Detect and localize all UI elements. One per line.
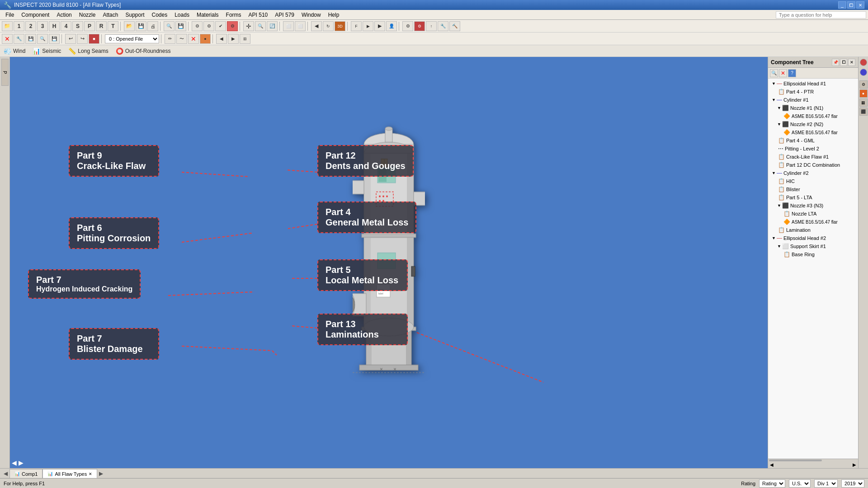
tree-item-ellipsoidal-head-1[interactable]: ▼ — Ellipsoidal Head #1 <box>768 80 858 88</box>
tb-wrench[interactable]: 🔨 <box>449 21 460 31</box>
rt-circle-red[interactable] <box>860 59 867 66</box>
tree-nav-right[interactable]: ▶ <box>853 462 856 467</box>
tree-arrow[interactable]: ▼ <box>777 106 781 110</box>
year-combo[interactable]: 2019 <box>841 479 864 488</box>
flaw-box-part12[interactable]: Part 12 Dents and Gouges <box>317 145 414 177</box>
tb-rotate[interactable]: 🔄 <box>267 21 278 31</box>
tb2-save2[interactable]: 💾 <box>49 34 60 44</box>
tb2-curve[interactable]: 〜 <box>176 34 187 44</box>
tb-2[interactable]: 2 <box>25 21 36 31</box>
minimize-button[interactable]: _ <box>838 1 846 9</box>
menu-window[interactable]: Window <box>298 11 325 19</box>
tree-item-hic[interactable]: 📋 HIC <box>768 177 858 185</box>
tb-zoom[interactable]: 🔍 <box>255 21 266 31</box>
tree-item-support-skirt[interactable]: ▼ ⬜ Support Skirt #1 <box>768 242 858 250</box>
tree-item-crack-like[interactable]: 📋 Crack-Like Flaw #1 <box>768 153 858 161</box>
menu-file[interactable]: File <box>2 11 18 19</box>
tree-item-cylinder-2[interactable]: ▼ — Cylinder #2 <box>768 169 858 177</box>
tree-item-asme-2[interactable]: 🔶 ASME B16.5/16.47 flar <box>768 128 858 136</box>
div-combo[interactable]: Div 1 <box>814 479 838 488</box>
tab-comp1[interactable]: 📊 Comp1 <box>9 469 42 478</box>
rt-circle-blue[interactable] <box>860 69 867 76</box>
tree-item-lamination[interactable]: 📋 Lamination <box>768 226 858 234</box>
tb-f2[interactable]: ▶ <box>363 21 373 31</box>
menu-codes[interactable]: Codes <box>148 11 171 19</box>
menu-help[interactable]: Help <box>325 11 343 19</box>
tb-save2[interactable]: 💾 <box>175 21 186 31</box>
tb-new[interactable]: 📁 <box>2 21 13 31</box>
tb-open[interactable]: 📂 <box>124 21 135 31</box>
menu-materials[interactable]: Materials <box>193 11 222 19</box>
scroll-left-tab[interactable]: ◀ <box>2 470 9 477</box>
tb2-arrow-l[interactable]: ◀ <box>216 34 227 44</box>
menu-component[interactable]: Component <box>18 11 53 19</box>
flaw-box-part13[interactable]: Part 13 Laminations <box>317 314 408 345</box>
tree-item-nozzle-lta[interactable]: 📋 Nozzle LTA <box>768 210 858 218</box>
tree-item-base-ring[interactable]: 📋 Base Ring <box>768 250 858 258</box>
tb-calc[interactable]: ⚙ <box>192 21 203 31</box>
tree-arrow[interactable]: ▼ <box>772 98 776 102</box>
tb-p[interactable]: P <box>84 21 95 31</box>
tree-item-pitting[interactable]: ⋯ Pitting - Level 2 <box>768 145 858 153</box>
tree-item-blister[interactable]: 📋 Blister <box>768 185 858 193</box>
tb2-red-x[interactable]: ✕ <box>188 34 199 44</box>
tb-save[interactable]: 💾 <box>136 21 146 31</box>
tree-edit-btn[interactable]: ✕ <box>779 69 787 77</box>
units-combo[interactable]: U.S. <box>789 479 811 488</box>
flaw-box-part7-hic[interactable]: Part 7 Hydrogen Induced Cracking <box>28 269 141 299</box>
tree-arrow[interactable]: ▼ <box>772 236 776 240</box>
menu-nozzle[interactable]: Nozzle <box>75 11 99 19</box>
menu-action[interactable]: Action <box>53 11 75 19</box>
tb2-redo[interactable]: ↪ <box>77 34 88 44</box>
rt-tools-3[interactable]: ▦ <box>859 99 868 107</box>
tb-cog2[interactable]: ⚙ <box>414 21 425 31</box>
tree-search-btn[interactable]: 🔍 <box>770 69 778 77</box>
nav-out-of-roundness[interactable]: ⭕ Out-Of-Roundness <box>116 47 171 55</box>
tab-close-icon[interactable]: ✕ <box>89 472 92 476</box>
tb-3d[interactable]: 3D <box>335 21 345 31</box>
tree-item-asme-1[interactable]: 🔶 ASME B16.5/16.47 flar <box>768 112 858 120</box>
tree-nav-left[interactable]: ◀ <box>770 462 774 467</box>
tree-arrow[interactable]: ▼ <box>777 122 781 127</box>
nav-seismic[interactable]: 📊 Seismic <box>33 47 61 55</box>
tree-close-btn[interactable]: ✕ <box>848 59 855 66</box>
tree-item-part4-ptr[interactable]: 📋 Part 4 - PTR <box>768 88 858 96</box>
tb-arrow-r[interactable]: ▶ <box>374 21 385 31</box>
tb2-arrow-r[interactable]: ▶ <box>228 34 239 44</box>
tb-person[interactable]: 👤 <box>386 21 397 31</box>
menu-forms[interactable]: Forms <box>222 11 245 19</box>
tb2-x[interactable]: ✕ <box>2 34 13 44</box>
tb-cross[interactable]: ✛ <box>243 21 254 31</box>
menu-loads[interactable]: Loads <box>171 11 193 19</box>
tb-cog[interactable]: ⚙ <box>402 21 413 31</box>
tb-f1[interactable]: F <box>351 21 362 31</box>
tree-item-nozzle-1[interactable]: ▼ ⬛ Nozzle #1 (N1) <box>768 104 858 112</box>
tree-arrow[interactable]: ▼ <box>772 171 776 175</box>
tb2-wrench[interactable]: 🔧 <box>14 34 24 44</box>
tb-find[interactable]: 🔍 <box>164 21 175 31</box>
project-icon[interactable]: P <box>1 59 9 86</box>
tb2-find[interactable]: 🔍 <box>37 34 48 44</box>
tb2-pen[interactable]: ✏ <box>165 34 175 44</box>
tree-restore-btn[interactable]: ⧠ <box>840 59 847 66</box>
tb-view2[interactable]: ⬜ <box>295 21 306 31</box>
tb2-save[interactable]: 💾 <box>25 34 36 44</box>
tb-print[interactable]: 🖨 <box>147 21 158 31</box>
menu-api579[interactable]: API 579 <box>271 11 298 19</box>
tree-item-nozzle-3[interactable]: ▼ ⬛ Nozzle #3 (N3) <box>768 202 858 210</box>
tree-item-part5-lta[interactable]: 📋 Part 5 - LTA <box>768 193 858 202</box>
tb-s[interactable]: S <box>72 21 83 31</box>
flaw-box-part9[interactable]: Part 9 Crack-Like Flaw <box>69 145 159 177</box>
flaw-box-part4[interactable]: Part 4 General Metal Loss <box>317 202 416 233</box>
tb2-stop[interactable]: ■ <box>89 34 99 44</box>
flaw-box-part5[interactable]: Part 5 Local Metal Loss <box>317 259 408 291</box>
file-combo[interactable]: 0 : Opened File <box>105 34 159 43</box>
tb2-grid[interactable]: ⊞ <box>240 34 250 44</box>
rating-combo[interactable]: Rating <box>759 479 785 488</box>
scroll-right-tab[interactable]: ▶ <box>97 470 105 477</box>
tb-calc2[interactable]: ⚙ <box>203 21 214 31</box>
flaw-box-part6[interactable]: Part 6 Pitting Corrosion <box>69 217 159 249</box>
tree-pin-btn[interactable]: 📌 <box>832 59 839 66</box>
menu-api510[interactable]: API 510 <box>245 11 272 19</box>
help-search-input[interactable] <box>776 11 866 19</box>
